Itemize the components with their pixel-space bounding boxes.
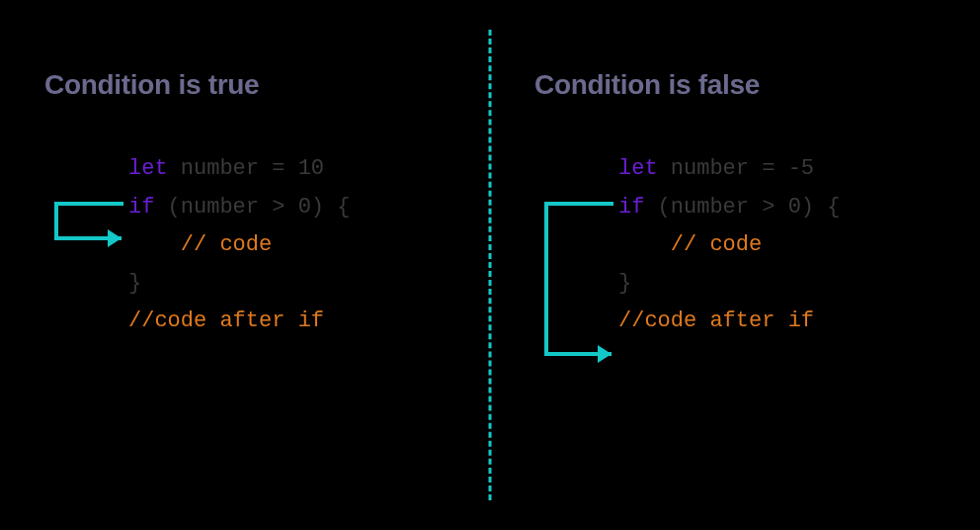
keyword-if: if — [128, 195, 154, 220]
keyword-let: let — [128, 156, 168, 181]
comment-after-if: //code after if — [618, 309, 814, 333]
code-text: } — [128, 271, 141, 296]
code-text: (number > 0) { — [154, 195, 350, 220]
right-heading: Condition is false — [534, 69, 936, 101]
right-code-line-6: //code after if — [618, 303, 936, 341]
comment-code: // code — [671, 232, 762, 257]
left-code-line-1: let number = 10 — [128, 150, 446, 189]
right-code-line-3: // code — [618, 226, 936, 265]
right-code-line-2: if (number > 0) { — [618, 189, 936, 227]
left-code-line-2: if (number > 0) { — [128, 189, 446, 227]
code-indent — [618, 232, 671, 257]
code-text: number = 10 — [168, 156, 324, 181]
right-code-area: let number = -5 if (number > 0) { // cod… — [618, 150, 936, 341]
left-code-line-3: // code — [128, 226, 446, 265]
left-code-area: let number = 10 if (number > 0) { // cod… — [128, 150, 446, 341]
left-panel: Condition is true let number = 10 if (nu… — [0, 0, 490, 530]
code-text: (number > 0) { — [644, 195, 840, 220]
right-code-line-1: let number = -5 — [618, 150, 936, 189]
left-code-line-6: //code after if — [128, 303, 446, 341]
code-text: number = -5 — [658, 156, 814, 181]
comment-code: // code — [181, 232, 272, 257]
left-arrow-icon — [44, 184, 138, 263]
right-code-line-4: } — [618, 265, 936, 304]
diagram-container: Condition is true let number = 10 if (nu… — [0, 0, 980, 530]
right-arrow-icon — [534, 184, 628, 382]
left-heading: Condition is true — [44, 69, 446, 101]
keyword-let: let — [618, 156, 658, 181]
comment-after-if: //code after if — [128, 309, 324, 333]
code-indent — [128, 232, 181, 257]
left-code-line-4: } — [128, 265, 446, 304]
right-panel: Condition is false let number = -5 if (n… — [490, 0, 980, 530]
code-text: } — [618, 271, 631, 296]
keyword-if: if — [618, 195, 644, 220]
